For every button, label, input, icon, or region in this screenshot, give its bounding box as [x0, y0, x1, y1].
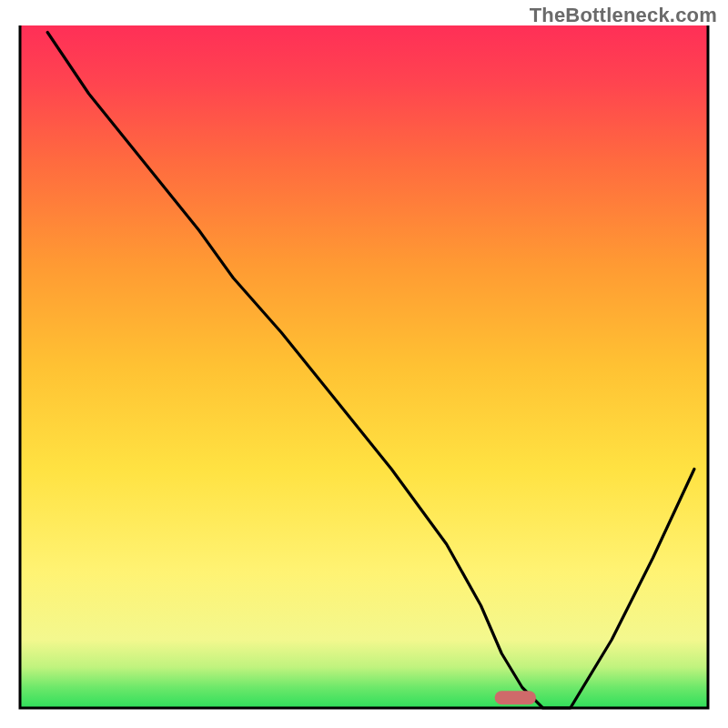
target-marker: [495, 691, 536, 704]
bottleneck-chart: [0, 0, 728, 728]
chart-stage: TheBottleneck.com: [0, 0, 728, 728]
watermark-text: TheBottleneck.com: [530, 4, 717, 27]
plot-background: [20, 25, 708, 708]
